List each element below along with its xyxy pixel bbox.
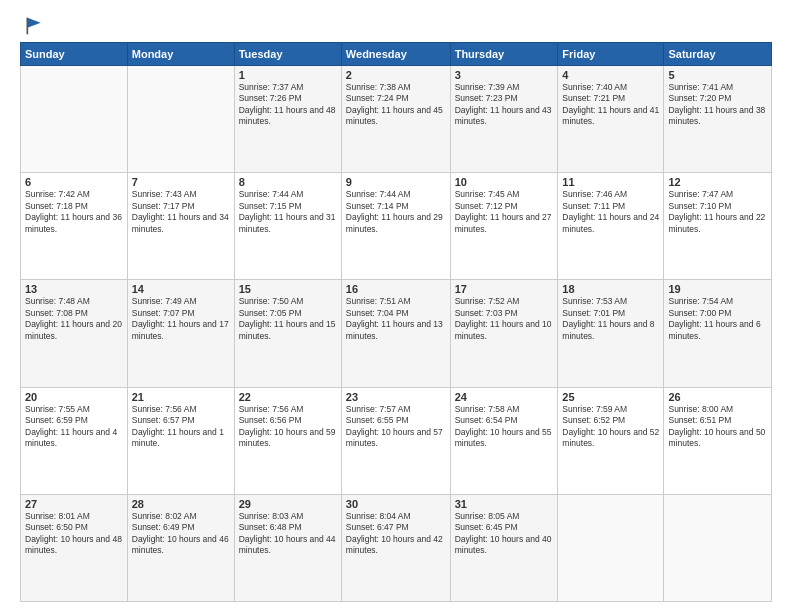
calendar-week-4: 27Sunrise: 8:01 AM Sunset: 6:50 PM Dayli… bbox=[21, 494, 772, 601]
day-number: 17 bbox=[455, 283, 554, 295]
calendar-cell: 25Sunrise: 7:59 AM Sunset: 6:52 PM Dayli… bbox=[558, 387, 664, 494]
logo-flag-icon bbox=[24, 16, 44, 36]
svg-rect-1 bbox=[27, 18, 29, 35]
day-number: 2 bbox=[346, 69, 446, 81]
day-number: 15 bbox=[239, 283, 337, 295]
day-info: Sunrise: 8:04 AM Sunset: 6:47 PM Dayligh… bbox=[346, 511, 446, 557]
calendar-cell: 19Sunrise: 7:54 AM Sunset: 7:00 PM Dayli… bbox=[664, 280, 772, 387]
weekday-header-wednesday: Wednesday bbox=[341, 43, 450, 66]
calendar-cell: 12Sunrise: 7:47 AM Sunset: 7:10 PM Dayli… bbox=[664, 173, 772, 280]
day-info: Sunrise: 7:58 AM Sunset: 6:54 PM Dayligh… bbox=[455, 404, 554, 450]
day-info: Sunrise: 7:50 AM Sunset: 7:05 PM Dayligh… bbox=[239, 296, 337, 342]
day-info: Sunrise: 7:41 AM Sunset: 7:20 PM Dayligh… bbox=[668, 82, 767, 128]
calendar-body: 1Sunrise: 7:37 AM Sunset: 7:26 PM Daylig… bbox=[21, 66, 772, 602]
calendar-cell: 10Sunrise: 7:45 AM Sunset: 7:12 PM Dayli… bbox=[450, 173, 558, 280]
day-info: Sunrise: 7:55 AM Sunset: 6:59 PM Dayligh… bbox=[25, 404, 123, 450]
day-number: 14 bbox=[132, 283, 230, 295]
day-info: Sunrise: 7:52 AM Sunset: 7:03 PM Dayligh… bbox=[455, 296, 554, 342]
day-number: 21 bbox=[132, 391, 230, 403]
calendar-cell: 24Sunrise: 7:58 AM Sunset: 6:54 PM Dayli… bbox=[450, 387, 558, 494]
svg-marker-0 bbox=[27, 18, 40, 28]
calendar-cell: 3Sunrise: 7:39 AM Sunset: 7:23 PM Daylig… bbox=[450, 66, 558, 173]
header-row: SundayMondayTuesdayWednesdayThursdayFrid… bbox=[21, 43, 772, 66]
calendar-cell: 9Sunrise: 7:44 AM Sunset: 7:14 PM Daylig… bbox=[341, 173, 450, 280]
day-info: Sunrise: 7:49 AM Sunset: 7:07 PM Dayligh… bbox=[132, 296, 230, 342]
calendar-cell: 11Sunrise: 7:46 AM Sunset: 7:11 PM Dayli… bbox=[558, 173, 664, 280]
weekday-header-monday: Monday bbox=[127, 43, 234, 66]
calendar-cell: 21Sunrise: 7:56 AM Sunset: 6:57 PM Dayli… bbox=[127, 387, 234, 494]
calendar-cell: 14Sunrise: 7:49 AM Sunset: 7:07 PM Dayli… bbox=[127, 280, 234, 387]
day-info: Sunrise: 7:39 AM Sunset: 7:23 PM Dayligh… bbox=[455, 82, 554, 128]
day-info: Sunrise: 7:53 AM Sunset: 7:01 PM Dayligh… bbox=[562, 296, 659, 342]
calendar-cell: 15Sunrise: 7:50 AM Sunset: 7:05 PM Dayli… bbox=[234, 280, 341, 387]
day-info: Sunrise: 7:59 AM Sunset: 6:52 PM Dayligh… bbox=[562, 404, 659, 450]
day-info: Sunrise: 7:40 AM Sunset: 7:21 PM Dayligh… bbox=[562, 82, 659, 128]
day-number: 30 bbox=[346, 498, 446, 510]
calendar-cell: 6Sunrise: 7:42 AM Sunset: 7:18 PM Daylig… bbox=[21, 173, 128, 280]
calendar-cell: 4Sunrise: 7:40 AM Sunset: 7:21 PM Daylig… bbox=[558, 66, 664, 173]
day-info: Sunrise: 7:38 AM Sunset: 7:24 PM Dayligh… bbox=[346, 82, 446, 128]
calendar-cell: 26Sunrise: 8:00 AM Sunset: 6:51 PM Dayli… bbox=[664, 387, 772, 494]
day-number: 25 bbox=[562, 391, 659, 403]
day-number: 31 bbox=[455, 498, 554, 510]
calendar-cell: 13Sunrise: 7:48 AM Sunset: 7:08 PM Dayli… bbox=[21, 280, 128, 387]
day-number: 16 bbox=[346, 283, 446, 295]
day-info: Sunrise: 7:46 AM Sunset: 7:11 PM Dayligh… bbox=[562, 189, 659, 235]
day-number: 10 bbox=[455, 176, 554, 188]
calendar-cell: 8Sunrise: 7:44 AM Sunset: 7:15 PM Daylig… bbox=[234, 173, 341, 280]
day-number: 20 bbox=[25, 391, 123, 403]
calendar-week-0: 1Sunrise: 7:37 AM Sunset: 7:26 PM Daylig… bbox=[21, 66, 772, 173]
day-info: Sunrise: 7:56 AM Sunset: 6:57 PM Dayligh… bbox=[132, 404, 230, 450]
calendar-cell: 27Sunrise: 8:01 AM Sunset: 6:50 PM Dayli… bbox=[21, 494, 128, 601]
day-info: Sunrise: 8:03 AM Sunset: 6:48 PM Dayligh… bbox=[239, 511, 337, 557]
day-number: 19 bbox=[668, 283, 767, 295]
day-info: Sunrise: 7:42 AM Sunset: 7:18 PM Dayligh… bbox=[25, 189, 123, 235]
day-number: 4 bbox=[562, 69, 659, 81]
calendar-table: SundayMondayTuesdayWednesdayThursdayFrid… bbox=[20, 42, 772, 602]
calendar-cell bbox=[558, 494, 664, 601]
day-number: 22 bbox=[239, 391, 337, 403]
day-info: Sunrise: 7:51 AM Sunset: 7:04 PM Dayligh… bbox=[346, 296, 446, 342]
weekday-header-tuesday: Tuesday bbox=[234, 43, 341, 66]
day-info: Sunrise: 7:48 AM Sunset: 7:08 PM Dayligh… bbox=[25, 296, 123, 342]
day-info: Sunrise: 7:44 AM Sunset: 7:14 PM Dayligh… bbox=[346, 189, 446, 235]
calendar-cell: 31Sunrise: 8:05 AM Sunset: 6:45 PM Dayli… bbox=[450, 494, 558, 601]
day-info: Sunrise: 7:44 AM Sunset: 7:15 PM Dayligh… bbox=[239, 189, 337, 235]
day-info: Sunrise: 7:56 AM Sunset: 6:56 PM Dayligh… bbox=[239, 404, 337, 450]
day-info: Sunrise: 8:01 AM Sunset: 6:50 PM Dayligh… bbox=[25, 511, 123, 557]
day-info: Sunrise: 7:37 AM Sunset: 7:26 PM Dayligh… bbox=[239, 82, 337, 128]
day-number: 28 bbox=[132, 498, 230, 510]
day-info: Sunrise: 8:05 AM Sunset: 6:45 PM Dayligh… bbox=[455, 511, 554, 557]
day-number: 3 bbox=[455, 69, 554, 81]
day-number: 12 bbox=[668, 176, 767, 188]
logo bbox=[20, 16, 44, 32]
calendar-cell: 30Sunrise: 8:04 AM Sunset: 6:47 PM Dayli… bbox=[341, 494, 450, 601]
calendar-cell: 22Sunrise: 7:56 AM Sunset: 6:56 PM Dayli… bbox=[234, 387, 341, 494]
day-info: Sunrise: 7:47 AM Sunset: 7:10 PM Dayligh… bbox=[668, 189, 767, 235]
calendar-cell: 16Sunrise: 7:51 AM Sunset: 7:04 PM Dayli… bbox=[341, 280, 450, 387]
calendar-cell: 2Sunrise: 7:38 AM Sunset: 7:24 PM Daylig… bbox=[341, 66, 450, 173]
weekday-header-thursday: Thursday bbox=[450, 43, 558, 66]
calendar-header: SundayMondayTuesdayWednesdayThursdayFrid… bbox=[21, 43, 772, 66]
day-number: 9 bbox=[346, 176, 446, 188]
weekday-header-friday: Friday bbox=[558, 43, 664, 66]
day-number: 5 bbox=[668, 69, 767, 81]
calendar-cell: 29Sunrise: 8:03 AM Sunset: 6:48 PM Dayli… bbox=[234, 494, 341, 601]
day-number: 13 bbox=[25, 283, 123, 295]
calendar-week-2: 13Sunrise: 7:48 AM Sunset: 7:08 PM Dayli… bbox=[21, 280, 772, 387]
calendar-cell: 23Sunrise: 7:57 AM Sunset: 6:55 PM Dayli… bbox=[341, 387, 450, 494]
day-info: Sunrise: 7:57 AM Sunset: 6:55 PM Dayligh… bbox=[346, 404, 446, 450]
calendar-cell bbox=[664, 494, 772, 601]
day-number: 6 bbox=[25, 176, 123, 188]
day-number: 18 bbox=[562, 283, 659, 295]
day-number: 23 bbox=[346, 391, 446, 403]
day-info: Sunrise: 8:02 AM Sunset: 6:49 PM Dayligh… bbox=[132, 511, 230, 557]
day-number: 1 bbox=[239, 69, 337, 81]
calendar-cell: 20Sunrise: 7:55 AM Sunset: 6:59 PM Dayli… bbox=[21, 387, 128, 494]
calendar-cell bbox=[127, 66, 234, 173]
day-info: Sunrise: 7:43 AM Sunset: 7:17 PM Dayligh… bbox=[132, 189, 230, 235]
calendar-cell: 5Sunrise: 7:41 AM Sunset: 7:20 PM Daylig… bbox=[664, 66, 772, 173]
day-info: Sunrise: 7:54 AM Sunset: 7:00 PM Dayligh… bbox=[668, 296, 767, 342]
day-number: 26 bbox=[668, 391, 767, 403]
day-number: 27 bbox=[25, 498, 123, 510]
